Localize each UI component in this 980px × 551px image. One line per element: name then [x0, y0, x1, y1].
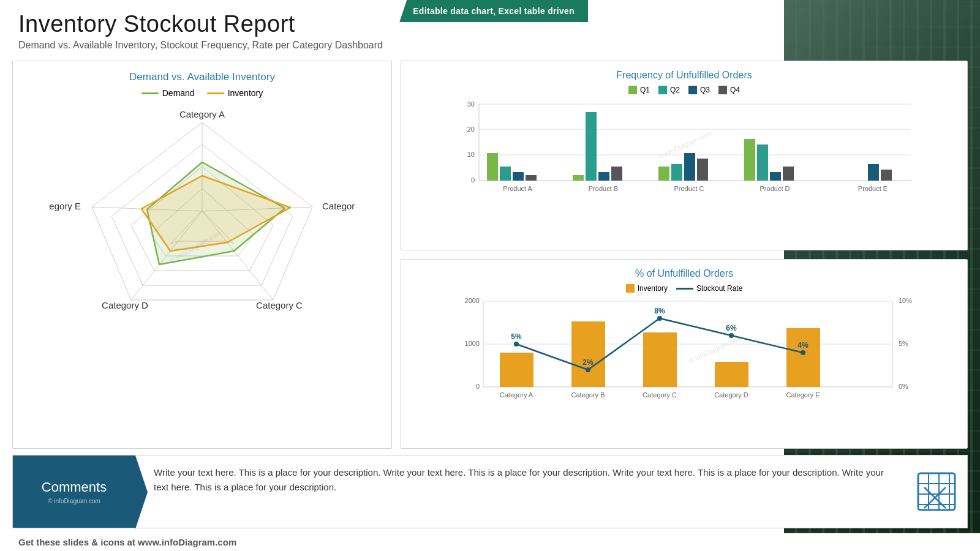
radar-legend-demand: Demand — [141, 88, 195, 98]
pc-q4-bar — [697, 159, 708, 181]
inventory-legend-line — [207, 92, 224, 94]
svg-text:Product E: Product E — [858, 185, 888, 192]
comments-section: Comments © infoDiagram.com Write your te… — [12, 455, 968, 528]
percent-chart-svg: 0 1000 2000 0% 5% 10% — [411, 296, 957, 410]
pa-q4-bar — [526, 175, 537, 181]
comments-icon-area — [906, 455, 967, 528]
svg-text:4%: 4% — [797, 341, 809, 350]
svg-text:1000: 1000 — [465, 340, 480, 347]
page-title: Inventory Stockout Report — [18, 11, 766, 37]
pa-q3-bar — [513, 172, 524, 181]
stockout-legend: Stockout Rate — [676, 284, 742, 293]
pa-q1-bar — [487, 153, 498, 181]
radar-chart-title: Demand vs. Available Inventory — [129, 71, 275, 83]
ce-inventory-bar — [786, 328, 820, 387]
svg-text:6%: 6% — [726, 324, 737, 332]
cd-inventory-bar — [715, 362, 748, 387]
ca-inventory-bar — [500, 353, 533, 387]
svg-text:20: 20 — [467, 126, 475, 133]
inventory-legend-box — [626, 284, 635, 293]
pc-q3-bar — [684, 153, 695, 181]
pb-q2-bar — [586, 112, 597, 181]
percent-chart-title: % of Unfulfilled Orders — [411, 268, 957, 279]
q1-label: Q1 — [640, 86, 650, 94]
q4-label: Q4 — [730, 86, 740, 94]
frequency-legend: Q1 Q2 Q3 Q4 — [411, 86, 957, 94]
pb-q3-bar — [598, 172, 609, 181]
dot-b — [586, 367, 590, 372]
svg-text:Product D: Product D — [760, 185, 790, 192]
svg-text:2000: 2000 — [465, 297, 480, 304]
comments-text: Write your text here. This is a place fo… — [135, 455, 906, 528]
q1-legend-box — [628, 86, 637, 94]
q3-legend: Q3 — [688, 86, 710, 94]
footer-text-before: Get these slides & icons at www. — [18, 537, 162, 547]
svg-text:5%: 5% — [899, 340, 908, 347]
dot-a — [514, 342, 519, 347]
footer-text-after: .com — [215, 537, 236, 547]
comments-label-box: Comments © infoDiagram.com — [13, 455, 135, 528]
pa-q2-bar — [500, 167, 511, 181]
pc-q2-bar — [671, 164, 682, 181]
svg-text:Product A: Product A — [503, 185, 532, 192]
svg-text:Category A: Category A — [500, 391, 533, 399]
main-container: Inventory Stockout Report Demand vs. Ava… — [0, 0, 980, 551]
pd-q2-bar — [757, 144, 768, 181]
radar-svg-container: Category A Category B Category C Categor… — [49, 104, 355, 324]
page-subtitle: Demand vs. Available Inventory, Stockout… — [18, 40, 766, 51]
right-panel: Frequency of Unfulfilled Orders Q1 Q2 Q3 — [401, 61, 968, 449]
q3-legend-box — [688, 86, 697, 94]
radar-chart-panel: Demand vs. Available Inventory Demand In… — [12, 61, 392, 449]
percent-legend: Inventory Stockout Rate — [411, 284, 957, 293]
pe-q3-bar — [868, 164, 879, 181]
header: Inventory Stockout Report Demand vs. Ava… — [0, 0, 784, 54]
pd-q3-bar — [770, 172, 781, 181]
stockout-legend-label: Stockout Rate — [696, 284, 742, 293]
frequency-chart-svg: 0 10 20 30 Product A — [411, 98, 957, 202]
excel-icon — [915, 470, 958, 513]
percent-chart-box: % of Unfulfilled Orders Inventory Stocko… — [401, 259, 968, 449]
pd-q1-bar — [744, 139, 755, 181]
inventory-label: Inventory — [228, 88, 263, 98]
svg-text:5%: 5% — [511, 332, 522, 341]
svg-text:© infoDiagram.com: © infoDiagram.com — [688, 334, 744, 365]
radar-legend-inventory: Inventory — [207, 88, 263, 98]
footer: Get these slides & icons at www.infoDiag… — [0, 533, 980, 551]
svg-text:Product B: Product B — [589, 185, 618, 192]
q2-legend-box — [658, 86, 667, 94]
content-area: Demand vs. Available Inventory Demand In… — [0, 54, 980, 455]
svg-text:Category E: Category E — [786, 391, 820, 399]
demand-label: Demand — [162, 88, 195, 98]
svg-marker-11 — [141, 176, 290, 251]
footer-brand: infoDiagram — [162, 537, 216, 547]
svg-text:10%: 10% — [899, 297, 912, 304]
cat-b-label: Category B — [322, 201, 355, 211]
radar-legend: Demand Inventory — [141, 88, 263, 98]
q2-legend: Q2 — [658, 86, 680, 94]
frequency-chart-box: Frequency of Unfulfilled Orders Q1 Q2 Q3 — [401, 61, 968, 250]
q4-legend: Q4 — [718, 86, 740, 94]
comments-title: Comments — [42, 479, 107, 495]
svg-text:2%: 2% — [582, 358, 594, 367]
pc-q1-bar — [658, 167, 669, 181]
comments-watermark: © infoDiagram.com — [48, 498, 100, 504]
pb-q1-bar — [573, 175, 584, 181]
svg-text:0: 0 — [476, 383, 480, 390]
svg-text:Category C: Category C — [643, 391, 677, 399]
cat-e-label: Category E — [49, 201, 81, 211]
badge-label: Editable data chart, Excel table driven — [399, 0, 588, 22]
inventory-legend: Inventory — [626, 284, 668, 293]
q2-label: Q2 — [670, 86, 680, 94]
q1-legend: Q1 — [628, 86, 650, 94]
svg-text:10: 10 — [467, 151, 475, 158]
demand-legend-line — [141, 92, 159, 94]
inventory-legend-label: Inventory — [638, 284, 668, 293]
svg-text:0%: 0% — [899, 383, 908, 390]
cat-d-label: Category D — [102, 300, 148, 310]
svg-text:Category B: Category B — [571, 391, 605, 399]
radar-svg: Category A Category B Category C Categor… — [49, 104, 355, 324]
q4-legend-box — [718, 86, 727, 94]
svg-text:30: 30 — [467, 100, 475, 108]
dot-c — [657, 316, 662, 321]
cb-inventory-bar — [571, 321, 605, 387]
